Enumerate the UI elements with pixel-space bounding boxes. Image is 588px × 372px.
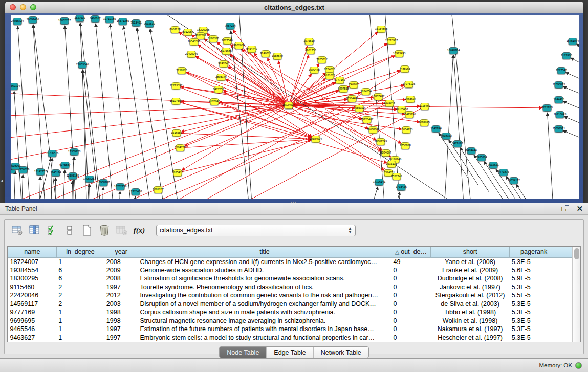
network-node[interactable]: 4170045: [210, 98, 219, 105]
network-node[interactable]: 16154808: [377, 26, 386, 33]
table-cell[interactable]: [558, 257, 572, 266]
table-cell[interactable]: 1: [56, 317, 104, 325]
table-cell[interactable]: 2003: [104, 300, 138, 309]
table-cell[interactable]: 19384554: [8, 266, 57, 275]
network-node[interactable]: 12213397: [172, 82, 181, 90]
network-node[interactable]: 8508061: [11, 163, 20, 170]
network-node[interactable]: 9756928: [401, 142, 410, 149]
network-node[interactable]: 12213967: [387, 37, 396, 45]
table-cell[interactable]: 0: [391, 291, 431, 300]
network-node[interactable]: 16782759: [116, 183, 125, 190]
table-row[interactable]: 1456911722003Disruption of a novel membe…: [8, 300, 572, 309]
network-node[interactable]: 1621072: [325, 72, 334, 79]
table-cell[interactable]: 5.3E-5: [510, 325, 558, 334]
table-cell[interactable]: [558, 300, 572, 309]
network-node[interactable]: 9884067: [382, 149, 390, 157]
collapse-arrow-icon[interactable]: ◂: [1, 178, 3, 183]
network-node[interactable]: 7986322: [355, 105, 364, 112]
table-cell[interactable]: 22420046: [8, 291, 57, 300]
table-cell[interactable]: 1997: [104, 325, 138, 334]
network-node[interactable]: 12923468: [132, 188, 140, 195]
column-header[interactable]: name: [8, 247, 57, 257]
network-node[interactable]: 1527602: [76, 15, 84, 22]
network-node[interactable]: 1504732: [176, 144, 185, 151]
network-node[interactable]: 9827509: [197, 32, 205, 39]
column-header[interactable]: △out_de…: [391, 247, 431, 257]
network-node[interactable]: 16543392: [190, 38, 199, 46]
table-cell[interactable]: 1: [56, 308, 104, 317]
network-node[interactable]: 16958187: [99, 179, 108, 186]
function-builder-button[interactable]: f(x): [132, 223, 147, 238]
table-cell[interactable]: 2009: [104, 266, 138, 275]
network-node[interactable]: 2967608: [235, 42, 244, 49]
column-header[interactable]: year: [104, 247, 138, 257]
float-panel-icon[interactable]: [561, 205, 569, 212]
table-cell[interactable]: Estimation of the future numbers of pati…: [138, 325, 391, 334]
table-row[interactable]: 946554611997Estimation of the future num…: [8, 325, 572, 334]
column-header[interactable]: [558, 247, 572, 257]
delete-column-button[interactable]: [97, 223, 112, 238]
network-node[interactable]: 6961758: [307, 47, 315, 54]
divider-handle[interactable]: [291, 201, 296, 204]
table-scrollbar-thumb[interactable]: [574, 248, 579, 259]
network-node[interactable]: 2803144: [217, 74, 226, 81]
table-cell[interactable]: 9699695: [8, 317, 57, 325]
network-node[interactable]: 9975887: [61, 162, 70, 169]
show-columns-button[interactable]: [27, 223, 42, 238]
column-header[interactable]: pagerank: [510, 247, 558, 257]
network-node[interactable]: 10688609: [369, 126, 378, 134]
network-node[interactable]: 10384594: [312, 136, 320, 143]
network-node[interactable]: 16671385: [119, 18, 127, 25]
table-cell[interactable]: 14569117: [8, 300, 57, 309]
network-node[interactable]: 22420046: [187, 51, 196, 58]
network-node[interactable]: 8215953: [543, 104, 552, 112]
table-cell[interactable]: Jankovic et al. (1997): [430, 283, 510, 292]
table-cell[interactable]: Tourette syndrome. Phenomenology and cla…: [138, 283, 391, 292]
network-node[interactable]: 16495796: [405, 111, 414, 118]
network-node[interactable]: 8912954: [184, 29, 192, 36]
table-row[interactable]: 969969511998Structural magnetic resonanc…: [8, 317, 572, 325]
network-node[interactable]: 21053346: [78, 61, 87, 69]
table-cell[interactable]: 9463627: [8, 334, 57, 342]
select-columns-button[interactable]: [45, 223, 60, 238]
network-node[interactable]: 20206576: [48, 150, 57, 157]
network-node[interactable]: 10973493: [395, 50, 404, 57]
network-node[interactable]: 6466162: [91, 15, 100, 23]
column-header[interactable]: in_degree: [56, 247, 104, 257]
column-header[interactable]: title: [138, 247, 391, 257]
tab-edge-table[interactable]: Edge Table: [267, 347, 313, 358]
network-node[interactable]: 9777169: [336, 77, 344, 84]
network-node[interactable]: 7632621: [489, 162, 498, 169]
table-cell[interactable]: 6: [56, 266, 104, 275]
table-cell[interactable]: 1998: [104, 317, 138, 325]
network-node[interactable]: 7957224: [226, 23, 235, 30]
network-node[interactable]: 7485063: [401, 65, 409, 73]
table-mode-button[interactable]: [10, 223, 25, 238]
table-cell[interactable]: 0: [391, 308, 431, 317]
table-cell[interactable]: 9465546: [8, 325, 57, 334]
network-node[interactable]: 7513401: [132, 19, 141, 27]
network-node[interactable]: 746266: [350, 81, 358, 89]
column-header[interactable]: short: [430, 247, 510, 257]
network-node[interactable]: 15720407: [363, 116, 372, 123]
network-node[interactable]: 1615132: [387, 161, 396, 168]
network-node[interactable]: 16210643: [556, 111, 564, 118]
network-node[interactable]: 9146821: [262, 50, 270, 57]
table-row[interactable]: 1872400712008Changes of HCN gene express…: [8, 257, 572, 266]
network-node[interactable]: 2522742: [393, 173, 401, 180]
network-node[interactable]: 24055724: [13, 18, 22, 25]
table-row[interactable]: 977716911998Corpus callosum shape and si…: [8, 308, 572, 317]
network-node[interactable]: 1733426: [397, 184, 406, 191]
network-node[interactable]: 9227543: [557, 67, 566, 74]
network-node[interactable]: 10719185: [105, 16, 114, 23]
table-cell[interactable]: Stergiakouli et al. (2012): [430, 291, 510, 300]
table-cell[interactable]: 2: [56, 283, 104, 292]
table-cell[interactable]: 0: [391, 317, 431, 325]
network-node[interactable]: 9474444: [467, 147, 476, 155]
network-node[interactable]: 1516687: [172, 129, 181, 137]
table-row[interactable]: 1938455462009Genome-wide association stu…: [8, 266, 572, 275]
table-cell[interactable]: Dudbridge et al. (2008): [430, 274, 510, 283]
table-cell[interactable]: Disruption of a novel member of a sodium…: [138, 300, 391, 309]
network-node[interactable]: 3175685: [222, 48, 231, 55]
table-cell[interactable]: 5.3E-5: [510, 283, 558, 292]
